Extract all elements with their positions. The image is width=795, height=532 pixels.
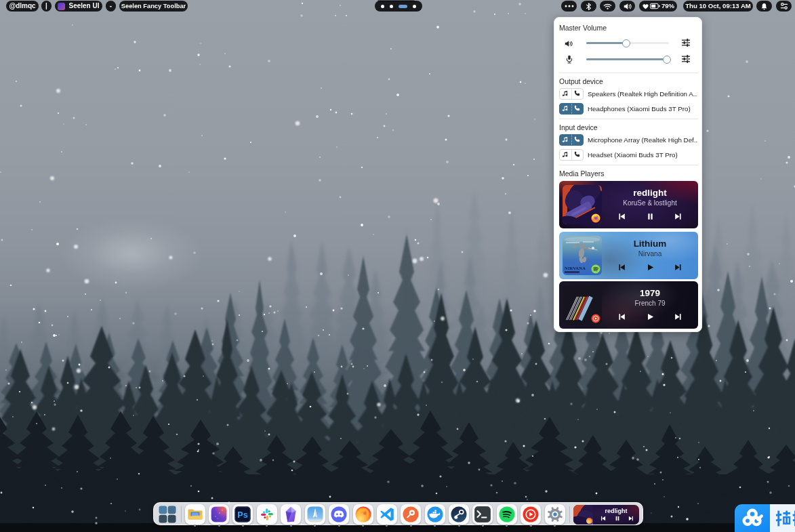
svg-text:Ps: Ps [237, 510, 247, 520]
